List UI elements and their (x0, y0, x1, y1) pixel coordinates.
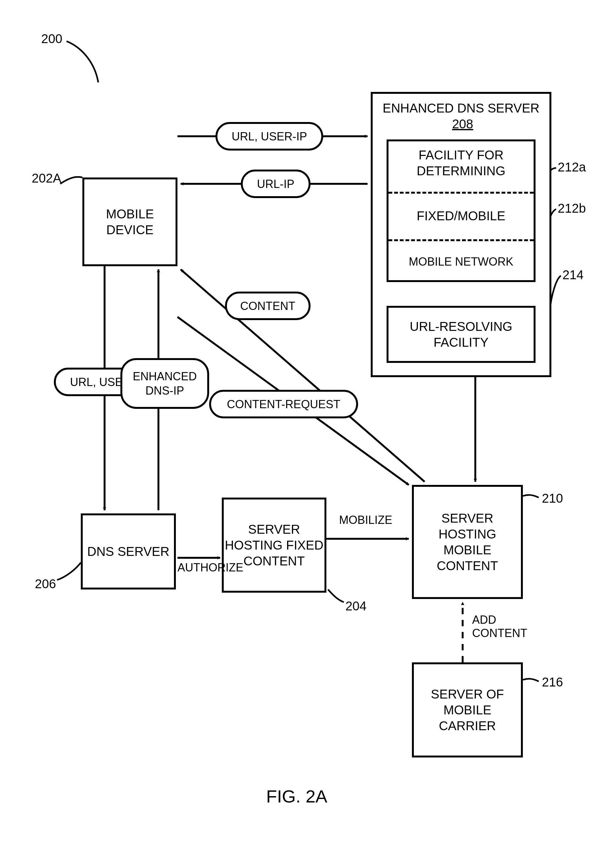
figure-caption: FIG. 2A (266, 786, 327, 807)
dns-server-label: DNS SERVER (87, 543, 169, 560)
pill-url-userip-top: URL, USER-IP (215, 122, 323, 151)
pill-content-request: CONTENT-REQUEST (209, 390, 358, 418)
pill-enhanced-dnsip: ENHANCED DNS-IP (120, 358, 209, 409)
pill-content-request-label: CONTENT-REQUEST (227, 397, 340, 412)
mobile-content-server-box: SERVER HOSTING MOBILE CONTENT (412, 485, 523, 599)
pill-content: CONTENT (225, 292, 311, 320)
ref-210: 210 (542, 491, 563, 506)
url-resolving-box: URL-RESOLVING FACILITY (387, 306, 535, 363)
pill-url-ip: URL-IP (241, 169, 311, 198)
ref-212b: 212b (558, 201, 586, 215)
carrier-server-label: SERVER OF MOBILE CARRIER (414, 686, 521, 734)
dns-server-box: DNS SERVER (81, 513, 176, 590)
fixed-mobile-label: FIXED/MOBILE (417, 208, 505, 224)
carrier-server-box: SERVER OF MOBILE CARRIER (412, 662, 523, 757)
facility-title: FACILITY FOR DETERMINING (389, 147, 534, 179)
pill-content-label: CONTENT (240, 299, 295, 313)
figure-ref-200: 200 (41, 32, 63, 46)
mobile-device-box: MOBILE DEVICE (82, 178, 178, 266)
enhanced-dns-title-text: ENHANCED DNS SERVER (383, 101, 540, 115)
facility-dash-1 (389, 192, 534, 194)
mobilize-label: MOBILIZE (339, 513, 392, 527)
pill-url-ip-label: URL-IP (257, 177, 295, 191)
mobile-network-row: MOBILE NETWORK (387, 243, 535, 280)
fixed-mobile-row: FIXED/MOBILE (387, 195, 535, 236)
enhanced-dns-title: ENHANCED DNS SERVER 208 (373, 100, 549, 132)
fixed-content-server-box: SERVER HOSTING FIXED CONTENT (222, 498, 326, 593)
mobile-content-server-label: SERVER HOSTING MOBILE CONTENT (414, 510, 521, 574)
ref-208: 208 (452, 117, 473, 131)
ref-214: 214 (562, 268, 584, 282)
diagram-page: 200 (0, 0, 616, 850)
ref-216: 216 (542, 675, 563, 689)
pill-enhanced-dnsip-label: ENHANCED DNS-IP (133, 369, 197, 398)
facility-dash-2 (389, 239, 534, 241)
pill-url-userip-top-label: URL, USER-IP (232, 129, 307, 144)
ref-202a: 202A (32, 171, 61, 186)
ref-206: 206 (35, 577, 56, 591)
url-resolving-label: URL-RESOLVING FACILITY (389, 319, 534, 350)
add-content-label: ADD CONTENT (472, 613, 527, 640)
ref-212a: 212a (558, 160, 586, 174)
mobile-network-label: MOBILE NETWORK (409, 254, 513, 269)
ref-204: 204 (345, 599, 366, 613)
authorize-label: AUTHORIZE (178, 561, 243, 574)
mobile-device-label: MOBILE DEVICE (84, 206, 176, 238)
